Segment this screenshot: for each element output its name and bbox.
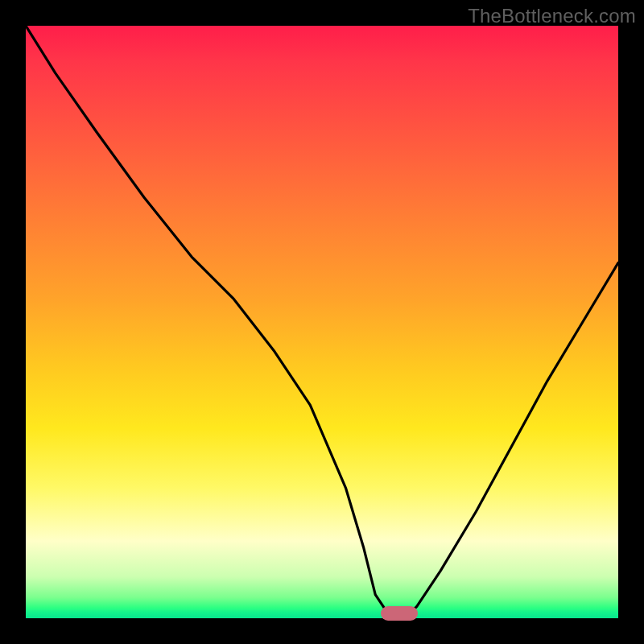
curve-path — [26, 26, 618, 618]
optimal-marker — [381, 606, 418, 621]
chart-frame: TheBottleneck.com — [0, 0, 644, 644]
bottleneck-curve — [26, 26, 618, 618]
attribution-text: TheBottleneck.com — [468, 5, 636, 27]
